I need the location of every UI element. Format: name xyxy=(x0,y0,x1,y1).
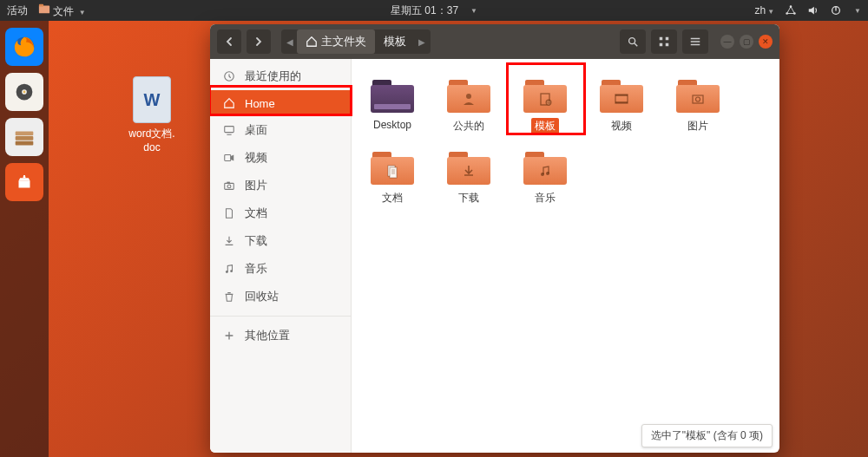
desktop-icon xyxy=(222,123,236,137)
app-menu-label: 文件 xyxy=(53,5,74,17)
chevron-right-icon[interactable]: ▶ xyxy=(415,37,429,47)
svg-rect-16 xyxy=(666,37,669,41)
folder-label: 公共的 xyxy=(450,118,488,134)
video-icon xyxy=(222,151,236,165)
svg-rect-21 xyxy=(225,155,231,161)
sidebar-item-label: 最近使用的 xyxy=(245,69,301,84)
chevron-left-icon[interactable]: ◀ xyxy=(283,37,297,47)
chevron-down-icon: ▼ xyxy=(470,7,477,15)
files-app-icon xyxy=(38,3,50,15)
plus-icon xyxy=(222,329,236,343)
chevron-down-icon: ▼ xyxy=(854,7,861,15)
path-segment-templates[interactable]: 模板 xyxy=(375,29,415,54)
svg-point-38 xyxy=(541,173,544,176)
folder-icon xyxy=(445,76,492,114)
trash-icon xyxy=(222,290,236,304)
sidebar-item-trash[interactable]: 回收站 xyxy=(210,283,351,310)
window-close-button[interactable]: ✕ xyxy=(759,35,773,49)
svg-rect-13 xyxy=(19,180,30,187)
svg-rect-18 xyxy=(666,43,669,47)
folder-pictures[interactable]: 图片 xyxy=(667,73,728,138)
power-icon[interactable] xyxy=(830,4,842,16)
sidebar-item-music[interactable]: 音乐 xyxy=(210,255,351,283)
sidebar-item-label: 视频 xyxy=(245,150,267,166)
desktop-file-word-doc[interactable]: W word文档. doc xyxy=(122,76,182,153)
path-segment-home[interactable]: 主文件夹 xyxy=(297,29,375,54)
window-titlebar: ◀ 主文件夹 模板 ▶ — ▢ ✕ xyxy=(210,24,779,59)
input-method-indicator[interactable]: zh▼ xyxy=(754,4,774,16)
network-icon[interactable] xyxy=(785,4,797,16)
view-toggle-button[interactable] xyxy=(651,29,677,54)
chevron-down-icon: ▼ xyxy=(79,9,86,16)
sidebar-item-documents[interactable]: 文档 xyxy=(210,199,351,227)
folder-label: 文档 xyxy=(378,190,406,206)
folder-icon xyxy=(674,76,721,114)
folder-videos[interactable]: 视频 xyxy=(591,73,652,138)
path-segment-label: 主文件夹 xyxy=(321,34,366,49)
folder-label: 音乐 xyxy=(531,190,559,206)
activities-button[interactable]: 活动 xyxy=(7,3,28,18)
sidebar-item-label: 其他位置 xyxy=(245,328,290,343)
svg-rect-1 xyxy=(39,3,43,6)
sidebar-item-label: 下载 xyxy=(245,233,267,249)
folder-downloads[interactable]: 下载 xyxy=(438,145,499,210)
nav-forward-button[interactable] xyxy=(247,29,271,54)
svg-text:@: @ xyxy=(546,100,550,105)
svg-point-26 xyxy=(230,270,233,272)
launcher-software[interactable] xyxy=(5,163,43,201)
svg-rect-11 xyxy=(16,136,34,140)
desktop-file-label: word文档. doc xyxy=(122,127,182,153)
folder-icon xyxy=(369,76,416,114)
svg-rect-33 xyxy=(615,101,628,103)
svg-rect-0 xyxy=(39,5,49,13)
svg-point-25 xyxy=(226,271,228,273)
app-menu[interactable]: 文件 ▼ xyxy=(38,3,86,19)
word-document-icon: W xyxy=(133,76,171,123)
folder-label: 模板 xyxy=(531,118,559,134)
svg-rect-24 xyxy=(227,182,230,184)
hamburger-menu-button[interactable] xyxy=(682,29,708,54)
svg-rect-34 xyxy=(693,95,703,103)
clock[interactable]: 星期五 01：37 xyxy=(391,3,458,18)
svg-point-27 xyxy=(466,94,471,99)
folder-public[interactable]: 公共的 xyxy=(438,73,499,138)
download-icon xyxy=(222,234,236,248)
sidebar-item-desktop[interactable]: 桌面 xyxy=(210,116,351,144)
sidebar-item-label: 文档 xyxy=(245,206,267,221)
folder-icon: @ xyxy=(522,76,569,114)
home-icon xyxy=(222,96,236,110)
search-button[interactable] xyxy=(620,29,646,54)
nav-back-button[interactable] xyxy=(217,29,241,54)
sidebar-item-home[interactable]: Home xyxy=(210,90,351,116)
folder-label: 视频 xyxy=(608,118,635,134)
folder-icon xyxy=(369,148,416,186)
window-minimize-button[interactable]: — xyxy=(720,35,734,49)
sidebar-item-pictures[interactable]: 图片 xyxy=(210,172,351,199)
folder-label: Desktop xyxy=(370,118,415,132)
folder-documents[interactable]: 文档 xyxy=(362,145,423,210)
svg-rect-10 xyxy=(16,131,34,135)
path-bar: ◀ 主文件夹 模板 ▶ xyxy=(281,29,431,54)
folder-icon xyxy=(598,76,645,114)
sidebar-item-recent[interactable]: 最近使用的 xyxy=(210,62,351,90)
window-maximize-button[interactable]: ▢ xyxy=(740,35,753,49)
folder-templates[interactable]: @模板 xyxy=(515,73,575,138)
svg-rect-15 xyxy=(660,37,663,41)
launcher-files[interactable] xyxy=(5,118,43,156)
top-panel: 活动 文件 ▼ 星期五 01：37 ▼ zh▼ ▼ xyxy=(0,0,868,21)
sidebar-item-label: 音乐 xyxy=(245,261,267,277)
svg-point-14 xyxy=(629,38,635,44)
sidebar-item-downloads[interactable]: 下载 xyxy=(210,227,351,255)
folder-desktop[interactable]: Desktop xyxy=(362,73,423,138)
svg-point-39 xyxy=(546,172,549,175)
sidebar-item-videos[interactable]: 视频 xyxy=(210,144,351,172)
sidebar: 最近使用的 Home 桌面 视频 xyxy=(210,59,352,453)
svg-point-35 xyxy=(696,97,700,101)
folder-music[interactable]: 音乐 xyxy=(515,145,575,210)
camera-icon xyxy=(222,179,236,193)
volume-icon[interactable] xyxy=(807,4,819,16)
launcher-firefox[interactable] xyxy=(5,28,43,66)
svg-point-23 xyxy=(227,185,231,188)
launcher-rhythmbox[interactable] xyxy=(5,73,43,111)
sidebar-item-other-locations[interactable]: 其他位置 xyxy=(210,322,351,349)
